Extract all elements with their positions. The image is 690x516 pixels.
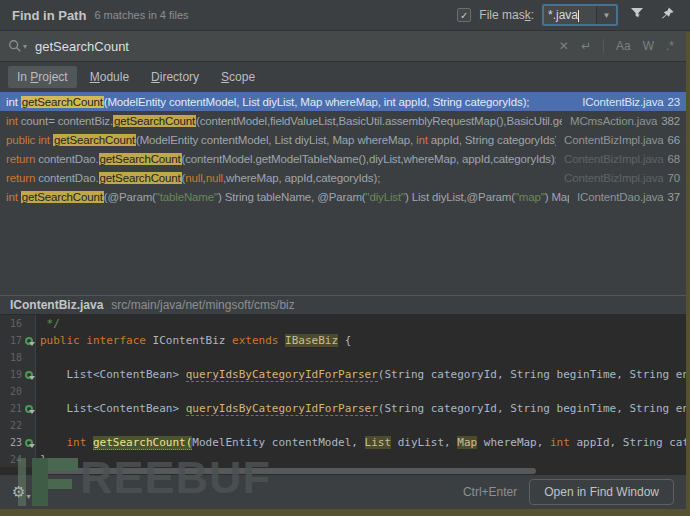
result-file-ref: IContentDao.java37 (577, 191, 680, 203)
file-mask-label: File mask: (479, 8, 534, 22)
code-line: 23 int getSearchCount(ModelEntity conten… (0, 434, 686, 451)
results-list: int getSearchCount(ModelEntity contentMo… (0, 92, 686, 295)
result-row[interactable]: return contentDao.getSearchCount(null,nu… (0, 168, 686, 187)
search-bar: ▾ ✕ ↵ Aa W .* (0, 30, 690, 62)
result-row[interactable]: int getSearchCount(@Param("tableName") S… (0, 187, 686, 206)
whole-words-toggle[interactable]: W (643, 39, 654, 53)
chevron-down-icon[interactable]: ▼ (596, 6, 616, 24)
implemented-marker-icon[interactable] (22, 434, 36, 451)
result-snippet: int getSearchCount(ModelEntity contentMo… (6, 96, 574, 108)
line-number: 24 (0, 451, 22, 467)
line-number: 16 (0, 315, 22, 332)
line-number: 18 (0, 349, 22, 366)
result-row[interactable]: return contentDao.getSearchCount(content… (0, 149, 686, 168)
filter-options-button[interactable] (626, 4, 648, 26)
code-text: List<ContentBean> queryIdsByCategoryIdFo… (36, 366, 686, 383)
window-edge-bottom (0, 509, 690, 516)
preview-file-name: IContentBiz.java (10, 298, 103, 312)
search-icon[interactable]: ▾ (8, 39, 27, 53)
match-count-status: 6 matches in 4 files (94, 9, 188, 21)
result-snippet: public int getSearchCount(ModelEntity co… (6, 134, 556, 146)
regex-toggle[interactable]: .* (666, 39, 674, 53)
tab-directory[interactable]: Directory (142, 66, 208, 88)
code-text: } (36, 451, 47, 467)
file-mask-value[interactable]: *.java (544, 8, 596, 22)
result-row[interactable]: int getSearchCount(ModelEntity contentMo… (0, 92, 686, 111)
code-text (36, 417, 40, 434)
scope-tabs: In ProjectModuleDirectoryScope (0, 62, 690, 92)
newline-icon[interactable]: ↵ (581, 39, 591, 53)
code-text: */ (36, 315, 60, 332)
open-shortcut-hint: Ctrl+Enter (463, 485, 517, 499)
dialog-title: Find in Path (12, 8, 86, 23)
match-case-toggle[interactable]: Aa (616, 39, 631, 53)
text-caret (578, 10, 579, 22)
tab-module[interactable]: Module (81, 66, 138, 88)
code-line: 19 List<ContentBean> queryIdsByCategoryI… (0, 366, 686, 383)
result-snippet: return contentDao.getSearchCount(content… (6, 153, 556, 165)
tab-scope[interactable]: Scope (212, 66, 264, 88)
line-number: 22 (0, 417, 22, 434)
result-file-ref: ContentBizImpl.java66 (564, 134, 680, 146)
footer-bar: ⚙ ▾ Ctrl+Enter Open in Find Window (0, 475, 686, 509)
open-in-find-window-button[interactable]: Open in Find Window (529, 479, 674, 505)
code-line: 24} (0, 451, 686, 467)
implemented-marker-icon[interactable] (22, 366, 36, 383)
find-in-path-dialog: Find in Path 6 matches in 4 files ✓ File… (0, 0, 690, 516)
horizontal-scrollbar[interactable] (0, 467, 686, 475)
result-row[interactable]: public int getSearchCount(ModelEntity co… (0, 130, 686, 149)
implemented-marker-icon[interactable] (22, 332, 36, 349)
result-snippet: int getSearchCount(@Param("tableName") S… (6, 191, 569, 203)
code-line: 21 List<ContentBean> queryIdsByCategoryI… (0, 400, 686, 417)
line-number: 23 (0, 434, 22, 451)
result-snippet: return contentDao.getSearchCount(null,nu… (6, 172, 556, 184)
gutter-spacer (22, 417, 36, 434)
pin-window-button[interactable] (656, 4, 678, 26)
dialog-titlebar: Find in Path 6 matches in 4 files ✓ File… (0, 0, 690, 30)
code-text (36, 349, 40, 366)
code-line: 22 (0, 417, 686, 434)
clear-search-icon[interactable]: ✕ (559, 39, 569, 53)
line-number: 17 (0, 332, 22, 349)
gutter-spacer (22, 451, 36, 467)
gear-icon: ⚙ (12, 483, 25, 501)
result-file-ref: ContentBizImpl.java68 (564, 153, 680, 165)
code-text: public interface IContentBiz extends IBa… (36, 332, 351, 349)
preview-header: IContentBiz.java src/main/java/net/mings… (0, 295, 690, 315)
code-line: 18 (0, 349, 686, 366)
result-row[interactable]: int count= contentBiz.getSearchCount(con… (0, 111, 686, 130)
settings-button[interactable]: ⚙ ▾ (12, 483, 30, 501)
gear-dropdown-icon: ▾ (26, 492, 30, 501)
divider (603, 39, 604, 53)
result-file-ref: ContentBizImpl.java70 (564, 172, 680, 184)
line-number: 20 (0, 383, 22, 400)
gutter-spacer (22, 349, 36, 366)
window-edge-right (686, 32, 690, 509)
file-mask-checkbox[interactable]: ✓ (457, 8, 471, 22)
file-mask-combobox[interactable]: *.java ▼ (542, 4, 618, 26)
result-file-ref: MCmsAction.java382 (570, 115, 680, 127)
result-file-ref: IContentBiz.java23 (582, 96, 680, 108)
implemented-marker-icon[interactable] (22, 400, 36, 417)
code-text: List<ContentBean> queryIdsByCategoryIdFo… (36, 400, 686, 417)
funnel-icon (629, 5, 645, 25)
gutter-spacer (22, 383, 36, 400)
scrollbar-thumb[interactable] (36, 468, 536, 474)
result-snippet: int count= contentBiz.getSearchCount(con… (6, 115, 562, 127)
code-editor[interactable]: 16 */17public interface IContentBiz exte… (0, 315, 686, 467)
tab-in-project[interactable]: In Project (8, 66, 77, 88)
line-number: 21 (0, 400, 22, 417)
preview-file-path: src/main/java/net/mingsoft/cms/biz (111, 298, 294, 312)
line-number: 19 (0, 366, 22, 383)
code-line: 16 */ (0, 315, 686, 332)
code-text (36, 383, 40, 400)
gutter-spacer (22, 315, 36, 332)
code-line: 20 (0, 383, 686, 400)
code-text: int getSearchCount(ModelEntity contentMo… (36, 434, 686, 451)
search-input[interactable] (35, 39, 559, 54)
code-line: 17public interface IContentBiz extends I… (0, 332, 686, 349)
pin-icon (660, 6, 675, 25)
search-history-dropdown-icon[interactable]: ▾ (23, 42, 27, 51)
